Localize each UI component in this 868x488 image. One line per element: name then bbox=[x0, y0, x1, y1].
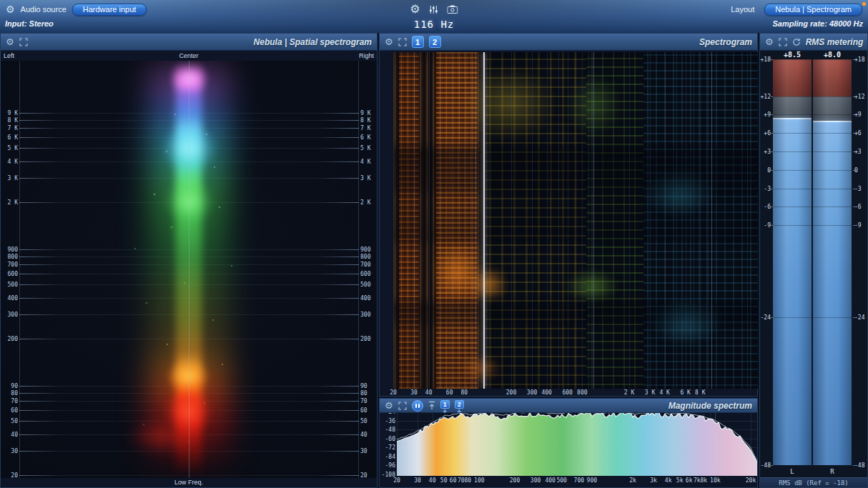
magnitude-settings-gear-icon[interactable]: ⚙ bbox=[385, 401, 393, 410]
rms-meter-r[interactable] bbox=[813, 59, 852, 465]
spatial-freq-label-right: 70 bbox=[360, 398, 378, 404]
topbar-left: ⚙ Audio source Hardware input bbox=[6, 4, 147, 16]
rms-scale-label-right: -48 bbox=[854, 462, 867, 469]
spectrogram-plot[interactable] bbox=[393, 52, 758, 389]
spatial-freq-label-left: 5 K bbox=[1, 145, 18, 151]
magnitude-x-label: 6k bbox=[686, 477, 693, 484]
audio-settings-gear-icon[interactable]: ⚙ bbox=[6, 4, 15, 14]
spatial-freq-label-left: 30 bbox=[1, 448, 18, 454]
app-window: ⚙ Audio source Hardware input ⚙ Layout N… bbox=[0, 0, 868, 488]
magnitude-align-top-icon[interactable] bbox=[428, 401, 435, 410]
magnitude-fullscreen-icon[interactable] bbox=[398, 402, 407, 410]
spatial-freq-label-left: 900 bbox=[1, 247, 18, 253]
snapshot-camera-icon[interactable] bbox=[448, 5, 458, 14]
spatial-plot-left-edge bbox=[19, 61, 20, 478]
spectrogram-view-1-button[interactable]: 1 bbox=[412, 36, 424, 48]
rms-settings-gear-icon[interactable]: ⚙ bbox=[765, 37, 774, 46]
spectrogram-grid-line bbox=[450, 52, 450, 389]
spatial-freq-label-left: 9 K bbox=[1, 110, 18, 116]
spatial-freq-label-right: 8 K bbox=[360, 117, 378, 124]
sliders-icon[interactable] bbox=[429, 5, 439, 14]
spectrogram-settings-gear-icon[interactable]: ⚙ bbox=[385, 37, 393, 46]
spectrogram-grid-line bbox=[747, 52, 748, 389]
magnitude-x-label: 7k bbox=[694, 477, 701, 484]
magnitude-y-label: -72 bbox=[381, 444, 395, 451]
magnitude-y-label: -48 bbox=[381, 427, 395, 433]
spectrogram-x-label: 6 K bbox=[680, 389, 690, 396]
spectrogram-x-label: 200 bbox=[506, 389, 516, 396]
magnitude-add-1-button[interactable]: + bbox=[443, 409, 447, 414]
spatial-freq-label-left: 80 bbox=[1, 390, 18, 397]
rms-metering-panel: ⚙ RMS metering +18+18+12+12+9+9+6+6+3+30… bbox=[759, 33, 868, 488]
spatial-spectrogram-panel: ⚙ Nebula | Spatial spectrogram Left Cent… bbox=[0, 33, 378, 488]
magnitude-x-label: 20 bbox=[393, 477, 400, 484]
spatial-bottom-label: Low Freq. bbox=[1, 479, 377, 486]
global-settings-gear-icon[interactable]: ⚙ bbox=[410, 4, 420, 15]
spatial-freq-label-left: 600 bbox=[1, 271, 18, 277]
magnitude-x-label: 3k bbox=[650, 477, 657, 484]
rms-tick bbox=[853, 96, 855, 97]
magnitude-x-label: 40 bbox=[429, 477, 436, 484]
preset-button[interactable]: Nebula | Spectrogram bbox=[764, 4, 862, 16]
topbar: ⚙ Audio source Hardware input ⚙ Layout N… bbox=[0, 0, 868, 33]
layout-button[interactable]: Layout bbox=[731, 5, 754, 14]
hardware-input-button[interactable]: Hardware input bbox=[72, 4, 147, 16]
spectrogram-fullscreen-icon[interactable] bbox=[398, 38, 407, 46]
spectrogram-view-2-button[interactable]: 2 bbox=[429, 36, 441, 48]
spatial-freq-label-left: 20 bbox=[1, 472, 18, 479]
spatial-fullscreen-icon[interactable] bbox=[19, 38, 28, 46]
magnitude-x-label: 70 bbox=[458, 477, 465, 484]
rms-meter-l[interactable] bbox=[773, 59, 812, 465]
rms-scale-label-left: 0 bbox=[760, 167, 771, 174]
magnitude-add-2-button[interactable]: + bbox=[457, 409, 461, 414]
spatial-sparkles bbox=[1, 61, 2, 62]
rms-scale-label-left: -9 bbox=[760, 222, 771, 229]
frequency-readout: 116 Hz bbox=[414, 19, 455, 30]
magnitude-x-label: 2k bbox=[629, 477, 636, 484]
magnitude-view-2-group: 2 + bbox=[455, 400, 464, 415]
spatial-freq-label-right: 2 K bbox=[360, 199, 378, 206]
rms-scale-label-right: -3 bbox=[854, 186, 867, 192]
spatial-plot[interactable] bbox=[1, 61, 377, 478]
spatial-freq-label-right: 9 K bbox=[360, 110, 378, 116]
spectrogram-grid-line bbox=[711, 52, 712, 389]
magnitude-plot[interactable] bbox=[397, 410, 757, 476]
rms-tick bbox=[853, 133, 855, 134]
spectrogram-grid-line bbox=[547, 52, 548, 389]
rms-reset-refresh-icon[interactable] bbox=[792, 38, 801, 46]
spatial-freq-label-right: 300 bbox=[360, 312, 378, 318]
magnitude-x-label: 50 bbox=[440, 477, 448, 484]
rms-scale-label-left: +6 bbox=[760, 130, 771, 136]
topbar-row1: ⚙ Audio source Hardware input ⚙ Layout N… bbox=[0, 0, 868, 19]
rms-scale-label-right: -24 bbox=[854, 314, 867, 321]
spectrogram-panel: ⚙ 1 2 Spectrogram 2030406080 bbox=[379, 33, 758, 397]
rms-scale-label-right: +3 bbox=[854, 149, 867, 155]
rms-fullscreen-icon[interactable] bbox=[779, 38, 787, 46]
spectrogram-x-axis: 20304060802003004006008002 K3 K4 K6 K8 K bbox=[393, 389, 758, 397]
magnitude-x-label: 8k bbox=[700, 477, 707, 484]
spatial-freq-label-left: 300 bbox=[1, 312, 18, 318]
magnitude-y-label: -108 bbox=[381, 472, 395, 478]
spatial-freq-label-left: 4 K bbox=[1, 159, 18, 165]
spatial-settings-gear-icon[interactable]: ⚙ bbox=[6, 37, 14, 46]
spectrogram-x-label: 30 bbox=[410, 389, 418, 396]
spatial-freq-label-left: 6 K bbox=[1, 134, 18, 141]
spatial-freq-label-left: 2 K bbox=[1, 199, 18, 206]
spectrogram-grid-line bbox=[414, 52, 415, 389]
spatial-freq-label-right: 20 bbox=[360, 472, 378, 479]
audio-source-label: Audio source bbox=[21, 5, 66, 14]
rms-value-l: +8.5 bbox=[773, 51, 812, 59]
spatial-hotspot-red-tail bbox=[128, 422, 196, 452]
topbar-center: ⚙ bbox=[410, 0, 458, 19]
rms-scale-label-right: -6 bbox=[854, 204, 867, 210]
spectrogram-x-label: 40 bbox=[425, 389, 433, 396]
spectrogram-grid-line bbox=[650, 52, 651, 389]
magnitude-pause-button[interactable] bbox=[412, 400, 423, 412]
spectrogram-grid-line bbox=[676, 52, 677, 389]
magnitude-x-label: 100 bbox=[474, 477, 484, 484]
spectrogram-grid-line bbox=[568, 52, 568, 389]
rms-tick bbox=[853, 151, 855, 152]
magnitude-spectrum-panel: ⚙ 1 + 2 + Magnitude spectrum bbox=[379, 398, 758, 488]
spatial-freq-label-left: 70 bbox=[1, 398, 18, 404]
spatial-right-label: Right bbox=[359, 52, 374, 59]
